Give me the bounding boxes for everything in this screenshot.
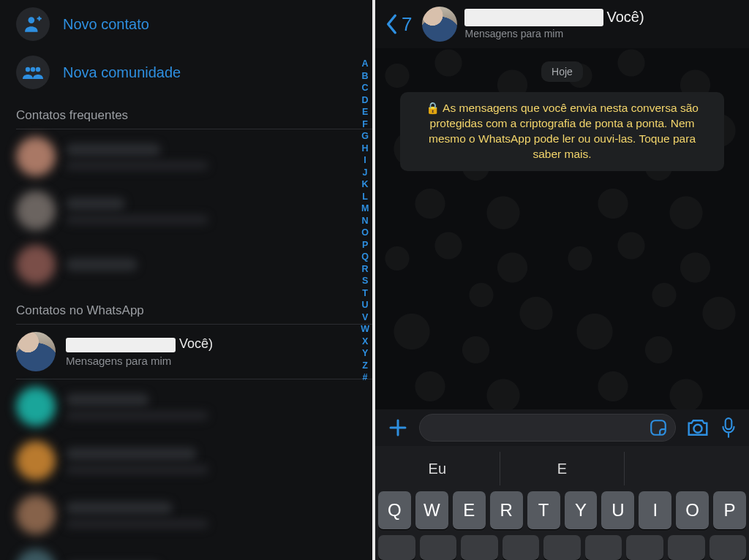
letter-T[interactable]: T	[361, 288, 369, 299]
key-W[interactable]: W	[415, 491, 448, 529]
new-community-row[interactable]: Nova comunidade	[0, 48, 372, 97]
mic-button[interactable]	[720, 417, 737, 439]
whatsapp-contacts-header: Contatos no WhatsApp	[0, 292, 372, 324]
letter-Y[interactable]: Y	[361, 348, 369, 359]
letter-O[interactable]: O	[361, 227, 369, 238]
letter-A[interactable]: A	[361, 58, 369, 69]
add-contact-icon	[16, 7, 50, 41]
key[interactable]	[378, 535, 415, 560]
key[interactable]	[461, 535, 498, 560]
letter-G[interactable]: G	[361, 131, 369, 142]
key-Y[interactable]: Y	[565, 491, 598, 529]
avatar	[16, 549, 56, 560]
letter-S[interactable]: S	[361, 276, 369, 287]
key-P[interactable]: P	[713, 491, 746, 529]
letter-D[interactable]: D	[361, 95, 369, 106]
letter-P[interactable]: P	[361, 240, 369, 251]
key[interactable]	[668, 535, 705, 560]
contact-row[interactable]	[0, 379, 372, 434]
letter-X[interactable]: X	[361, 336, 369, 347]
letter-index[interactable]: ABCDEFGHIJKLMNOPQRSTUVWXYZ#	[361, 58, 369, 383]
key[interactable]	[626, 535, 663, 560]
letter-H[interactable]: H	[361, 143, 369, 154]
key[interactable]	[543, 535, 581, 560]
avatar	[16, 245, 56, 284]
letter-L[interactable]: L	[361, 192, 369, 203]
avatar	[16, 191, 56, 230]
letter-#[interactable]: #	[361, 372, 369, 383]
key[interactable]	[710, 535, 747, 560]
avatar	[16, 332, 56, 371]
letter-N[interactable]: N	[361, 216, 369, 227]
letter-I[interactable]: I	[361, 155, 369, 166]
letter-R[interactable]: R	[361, 264, 369, 275]
letter-Z[interactable]: Z	[361, 360, 369, 371]
contact-row[interactable]	[0, 488, 372, 542]
suggestion-2[interactable]: E	[500, 452, 625, 485]
letter-E[interactable]: E	[361, 107, 369, 118]
sticker-icon[interactable]	[649, 418, 668, 437]
key[interactable]	[585, 535, 622, 560]
suggestion-1[interactable]: Eu	[375, 452, 500, 485]
contact-sub-redacted	[66, 215, 208, 224]
contact-name-redacted	[66, 143, 161, 156]
self-contact-row[interactable]: Você) Mensagens para mim	[0, 325, 372, 379]
key-I[interactable]: I	[639, 491, 671, 529]
chat-pane: 7 Você) Mensagens para mim Hoje 🔒As mens…	[375, 0, 749, 560]
suggestion-3[interactable]	[625, 452, 749, 485]
letter-C[interactable]: C	[361, 83, 369, 94]
community-icon	[16, 56, 50, 89]
letter-F[interactable]: F	[361, 119, 369, 130]
lock-icon: 🔒	[426, 102, 440, 114]
encryption-text: As mensagens que você envia nesta conver…	[429, 102, 699, 160]
chat-title-area[interactable]: Você) Mensagens para mim	[464, 9, 644, 40]
letter-W[interactable]: W	[361, 324, 369, 335]
key[interactable]	[503, 535, 540, 560]
letter-B[interactable]: B	[361, 71, 369, 82]
letter-M[interactable]: M	[361, 203, 369, 214]
redacted-name	[66, 338, 176, 352]
keyboard-row-1: QWERTYUIOP	[375, 491, 749, 529]
chat-body[interactable]: Hoje 🔒As mensagens que você envia nesta …	[375, 48, 749, 409]
letter-V[interactable]: V	[361, 312, 369, 323]
frequent-contact-row[interactable]	[0, 238, 372, 292]
attach-button[interactable]	[387, 417, 409, 439]
key-O[interactable]: O	[676, 491, 709, 529]
frequent-contacts-header: Contatos frequentes	[0, 97, 372, 129]
letter-J[interactable]: J	[361, 167, 369, 178]
self-contact-sub: Mensagens para mim	[66, 355, 213, 367]
redacted-name	[464, 9, 603, 26]
svg-point-3	[36, 67, 40, 72]
key-E[interactable]: E	[453, 491, 486, 529]
svg-point-2	[31, 67, 35, 72]
chevron-left-icon	[384, 13, 400, 35]
new-community-label: Nova comunidade	[63, 64, 181, 81]
letter-U[interactable]: U	[361, 300, 369, 311]
avatar[interactable]	[422, 7, 457, 42]
svg-point-1	[26, 67, 30, 72]
encryption-notice[interactable]: 🔒As mensagens que você envia nesta conve…	[400, 92, 724, 171]
message-input[interactable]	[419, 414, 676, 442]
svg-rect-4	[651, 420, 666, 435]
new-contact-row[interactable]: Novo contato	[0, 0, 372, 48]
key-R[interactable]: R	[490, 491, 523, 529]
letter-K[interactable]: K	[361, 179, 369, 190]
contacts-pane: Novo contato Nova comunidade Contatos fr…	[0, 0, 374, 560]
frequent-contact-row[interactable]	[0, 183, 372, 238]
key[interactable]	[420, 535, 457, 560]
back-button[interactable]: 7	[384, 13, 412, 36]
contact-row[interactable]	[0, 434, 372, 488]
frequent-contact-row[interactable]	[0, 129, 372, 183]
key-Q[interactable]: Q	[378, 491, 411, 529]
message-input-bar	[375, 409, 749, 446]
back-count: 7	[402, 13, 412, 36]
contact-row[interactable]	[0, 542, 372, 560]
letter-Q[interactable]: Q	[361, 251, 369, 262]
avatar	[16, 441, 56, 480]
camera-button[interactable]	[686, 417, 710, 438]
camera-icon	[686, 417, 710, 438]
contact-name-redacted	[66, 258, 138, 271]
key-U[interactable]: U	[601, 491, 634, 529]
key-T[interactable]: T	[527, 491, 560, 529]
contact-sub-redacted	[66, 161, 208, 170]
